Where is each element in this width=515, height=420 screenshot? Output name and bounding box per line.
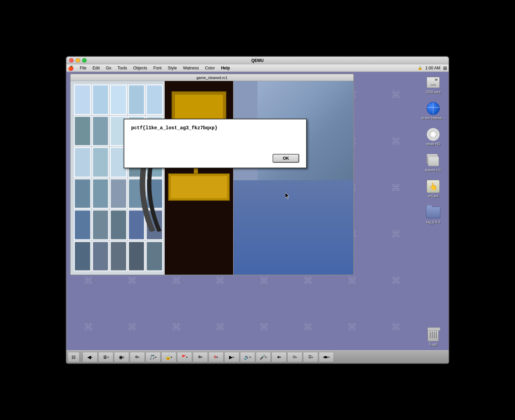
menu-tools[interactable]: Tools [115, 65, 130, 71]
taskbar-item-notes[interactable]: 🎵 ▶ [146, 352, 161, 362]
dialog-buttons: OK [131, 154, 299, 163]
taskbar-item-monitor[interactable]: 🖥 ▶ [98, 352, 113, 362]
trash-icon [427, 328, 439, 342]
qemu-outer-window: QEMU 🍎 File Edit Go Tools Objects Font S… [66, 56, 449, 364]
dialog-ok-button[interactable]: OK [273, 154, 299, 163]
menu-color[interactable]: Color [202, 65, 218, 71]
minimize-button[interactable] [76, 58, 80, 63]
lock-icon: 🔒 [418, 66, 423, 70]
sidebar-label-plug: lug_6.6.3 [426, 220, 440, 224]
sidebar: OS9 OS9Lives to the Interne... [418, 72, 449, 350]
sidebar-item-rc1[interactable]: leaned.rc1 [419, 153, 447, 172]
stacked-icon [427, 154, 440, 167]
menu-bar: 🍎 File Edit Go Tools Objects Font Style … [66, 64, 449, 72]
taskbar-item-16[interactable]: ◀▶ ▶ [319, 352, 334, 362]
sidebar-item-os9lives[interactable]: OS9 OS9Lives [419, 75, 447, 94]
hand-icon: 👆 [427, 180, 440, 193]
clock: 1:00 AM [425, 66, 440, 70]
window-title: QEMU [251, 58, 264, 63]
sidebar-label-hypercard: erCard [428, 194, 439, 198]
desktop-area: ⌘ ⌘ ⌘ ⌘ ⌘ ⌘ ⌘ ⌘ ⌘ ⌘ ⌘ ⌘ ⌘ ⌘ ⌘ ⌘ ⌘ ⌘ ⌘ ⌘ [66, 72, 418, 350]
menu-watness[interactable]: Watness [180, 65, 201, 71]
taskbar-item-14[interactable]: ⊙ ▶ [287, 352, 302, 362]
dialog-message: pctf{l1ke_a_lost_ag3_fkz7bqxp} [131, 125, 299, 132]
taskbar: ⊟ ◀ ▶ 🖥 ▶ ◉ ▶ ⊛ ▶ 🎵 ▶ 🔒 ▶ 🚩 ▶ [66, 350, 449, 363]
inner-title-bar: game_cleaned.rc1 [71, 74, 353, 81]
game-scene [71, 81, 353, 275]
taskbar-item-lock[interactable]: 🔒 ▶ [161, 352, 176, 362]
close-button[interactable] [69, 58, 74, 63]
sidebar-label-hd: ntosh HD [426, 142, 440, 146]
sidebar-label-os9lives: OS9Lives [426, 90, 440, 94]
taskbar-item-15[interactable]: ☰ ▶ [303, 352, 318, 362]
maximize-button[interactable] [82, 58, 87, 63]
sidebar-item-hd[interactable]: ntosh HD [419, 127, 447, 146]
globe-icon [427, 102, 440, 115]
taskbar-item-3[interactable]: ◉ ▶ [114, 352, 129, 362]
menu-file[interactable]: File [77, 65, 89, 71]
menu-right: 🔒 1:00 AM ⊞ [418, 65, 447, 71]
taskbar-item-flag[interactable]: 🚩 ▶ [177, 352, 192, 362]
sidebar-item-internet[interactable]: to the Interne... [419, 101, 447, 120]
taskbar-item-9[interactable]: ⊛ ▶ [209, 352, 224, 362]
game-right-lower [234, 180, 353, 275]
sidebar-label-trash: Trash [429, 343, 437, 347]
title-bar: QEMU [66, 57, 449, 64]
taskbar-item-0[interactable]: ⊟ [68, 352, 79, 362]
window-controls [69, 58, 87, 63]
menu-style[interactable]: Style [165, 65, 180, 71]
taskbar-item-mic[interactable]: 🎤 ▶ [256, 352, 271, 362]
sidebar-item-trash[interactable]: Trash [419, 328, 447, 347]
menu-go[interactable]: Go [103, 65, 114, 71]
taskbar-item-finder[interactable]: ◀ ▶ [83, 352, 98, 362]
taskbar-item-13[interactable]: ◈ ▶ [272, 352, 287, 362]
menu-font[interactable]: Font [151, 65, 164, 71]
taskbar-item-volume[interactable]: 🔊 ▶ [240, 352, 255, 362]
inner-game-window: game_cleaned.rc1 [70, 74, 354, 275]
folder-icon [426, 207, 440, 218]
sidebar-item-plug[interactable]: lug_6.6.3 [419, 205, 447, 224]
taskbar-item-8[interactable]: ⊕ ▶ [193, 352, 208, 362]
taskbar-item-play[interactable]: ▶ ▶ [224, 352, 239, 362]
taskbar-item-4[interactable]: ⊛ ▶ [130, 352, 145, 362]
dialog-box: pctf{l1ke_a_lost_ag3_fkz7bqxp} OK [124, 119, 307, 168]
menu-help[interactable]: Help [218, 65, 233, 71]
sidebar-item-hypercard[interactable]: 👆 erCard [419, 179, 447, 198]
apple-menu[interactable]: 🍎 [68, 65, 74, 71]
extras-icon: ⊞ [443, 65, 447, 71]
disk-icon: OS9 [427, 77, 440, 88]
inner-window-title: game_cleaned.rc1 [197, 76, 228, 80]
sidebar-label-rc1: leaned.rc1 [425, 168, 441, 172]
main-content: ⌘ ⌘ ⌘ ⌘ ⌘ ⌘ ⌘ ⌘ ⌘ ⌘ ⌘ ⌘ ⌘ ⌘ ⌘ ⌘ ⌘ ⌘ ⌘ ⌘ [66, 72, 449, 350]
sidebar-label-internet: to the Interne... [422, 116, 444, 120]
menu-edit[interactable]: Edit [90, 65, 102, 71]
inner-content: pctf{l1ke_a_lost_ag3_fkz7bqxp} OK [71, 81, 353, 275]
menu-objects[interactable]: Objects [130, 65, 150, 71]
cd-icon [427, 128, 440, 141]
